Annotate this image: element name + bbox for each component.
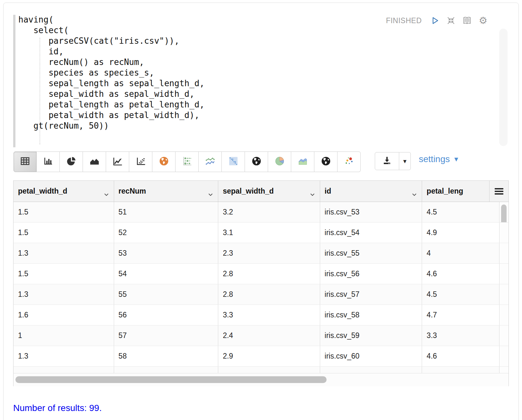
table-row: 1.5 51 3.2 iris.csv_53 4.5: [14, 202, 509, 223]
cell-sepal-width: 3.1: [218, 223, 320, 243]
code-editor[interactable]: having( select( parseCSV(cat("iris.csv")…: [4, 3, 518, 148]
book-icon[interactable]: [462, 16, 472, 25]
table-row: 1.3 53 2.3 iris.csv_55 4: [14, 243, 509, 264]
cell-petal-length: 4.5: [422, 284, 500, 305]
settings-caret-icon: ▼: [453, 156, 460, 163]
hamburger-menu-icon[interactable]: [495, 188, 503, 195]
cell-petal-length: 4: [422, 243, 500, 263]
run-play-icon[interactable]: [430, 16, 440, 25]
settings-link[interactable]: settings ▼: [419, 154, 459, 164]
table-chart-button[interactable]: [14, 151, 37, 172]
line-chart-button[interactable]: [106, 151, 129, 172]
status-badge: FINISHED: [386, 16, 422, 25]
vertical-scrollbar-track[interactable]: [500, 305, 509, 325]
gear-icon[interactable]: ⚙: [478, 16, 488, 25]
cell-sepal-width: 2.8: [218, 284, 320, 305]
line-chart-icon: [113, 156, 123, 168]
grid-menu-cell: [490, 181, 509, 202]
multi-line-chart-icon: [205, 156, 215, 168]
horizontal-scrollbar-thumb[interactable]: [15, 376, 327, 383]
vertical-scrollbar-track[interactable]: [500, 223, 509, 243]
cell-id: [320, 367, 422, 373]
table-row: 1.5 52 3.1 iris.csv_54 4.9: [14, 223, 509, 243]
cell-petal-width: 1.5: [14, 202, 114, 222]
globe-chart-button[interactable]: [245, 151, 268, 172]
black-globe-icon: [251, 156, 262, 168]
chart-type-toolbar: [14, 151, 361, 172]
chevron-down-icon[interactable]: [310, 189, 315, 198]
cell-petal-width: 1.3: [14, 243, 114, 263]
vertical-scrollbar-track[interactable]: [500, 367, 509, 373]
pie-colored-chart-button[interactable]: [268, 151, 291, 172]
cell-recnum: 53: [114, 243, 219, 263]
table-row: 1.3 55 2.8 iris.csv_57 4.5: [14, 284, 509, 305]
cell-petal-width: 1.6: [14, 305, 114, 325]
table-row-partial: [14, 367, 509, 373]
chevron-down-icon[interactable]: [208, 189, 213, 198]
area-chart-button[interactable]: [83, 151, 106, 172]
cell-sepal-width: 2.3: [218, 243, 320, 263]
column-header-label: sepal_width_d: [223, 187, 274, 196]
column-header-label: petal_width_d: [18, 187, 67, 196]
cell-id: iris.csv_53: [320, 202, 422, 222]
bubble-chart-button[interactable]: [176, 151, 199, 172]
scatter-chart-button[interactable]: [129, 151, 152, 172]
cell-petal-length: 4.6: [422, 264, 500, 284]
download-caret-button[interactable]: ▾: [399, 152, 411, 170]
paragraph-controls: FINISHED ⚙: [386, 16, 488, 25]
cell-recnum: [114, 367, 219, 373]
collapse-icon[interactable]: [446, 16, 456, 25]
table-row: 1.3 58 2.9 iris.csv_60 4.6: [14, 346, 509, 367]
area-chart-icon: [89, 156, 100, 168]
cell-petal-length: 4.6: [422, 346, 500, 366]
chevron-down-icon[interactable]: [104, 189, 109, 198]
cell-id: iris.csv_59: [320, 325, 422, 346]
multi-line-chart-button[interactable]: [199, 151, 222, 172]
vertical-scrollbar-track[interactable]: [500, 202, 509, 222]
map-chart-button[interactable]: [152, 151, 176, 172]
cell-id: iris.csv_55: [320, 243, 422, 263]
vertical-scrollbar-track[interactable]: [500, 243, 509, 263]
download-button[interactable]: [375, 152, 399, 170]
bar-chart-icon: [43, 156, 53, 168]
table-body: 1.5 51 3.2 iris.csv_53 4.5 1.5 52 3.1 ir…: [14, 202, 509, 373]
horizontal-scrollbar-track[interactable]: [14, 373, 509, 386]
globe2-chart-button[interactable]: [314, 151, 338, 172]
bar-chart-button[interactable]: [37, 151, 60, 172]
cell-petal-length: 4.5: [422, 202, 500, 222]
cell-sepal-width: 3.2: [218, 202, 320, 222]
column-header-recnum[interactable]: recNum: [114, 181, 219, 202]
colored-pie-icon: [274, 156, 285, 168]
pie-chart-button[interactable]: [60, 151, 83, 172]
heatmap-chart-button[interactable]: [222, 151, 245, 172]
cell-id: iris.csv_57: [320, 284, 422, 305]
column-header-label: petal_leng: [427, 187, 463, 196]
column-header-petal-length-d[interactable]: petal_leng: [422, 181, 490, 202]
column-header-petal-width-d[interactable]: petal_width_d: [14, 181, 114, 202]
code-text[interactable]: having( select( parseCSV(cat("iris.csv")…: [18, 14, 204, 131]
settings-label: settings: [419, 154, 450, 164]
vertical-scrollbar-track[interactable]: [500, 264, 509, 284]
cell-petal-width: 1.5: [14, 264, 114, 284]
cell-sepal-width: 2.8: [218, 264, 320, 284]
column-header-id[interactable]: id: [320, 181, 422, 202]
area-colored-chart-button[interactable]: [291, 151, 314, 172]
vertical-scrollbar-track[interactable]: [500, 325, 509, 346]
cell-recnum: 55: [114, 284, 219, 305]
editor-scrollbar[interactable]: [499, 29, 508, 146]
cell-petal-width: [14, 367, 114, 373]
cell-recnum: 52: [114, 223, 219, 243]
vertical-scrollbar-thumb[interactable]: [501, 205, 507, 222]
vertical-scrollbar-track[interactable]: [500, 284, 509, 305]
google-scatter-chart-button[interactable]: [338, 151, 361, 172]
chevron-down-icon[interactable]: [412, 189, 417, 198]
cell-sepal-width: 3.3: [218, 305, 320, 325]
download-icon: [382, 156, 392, 167]
cell-petal-length: 4.7: [422, 305, 500, 325]
column-header-sepal-width-d[interactable]: sepal_width_d: [218, 181, 320, 202]
vertical-scrollbar-track[interactable]: [500, 346, 509, 366]
result-table: petal_width_d recNum sepal_width_d id pe…: [13, 180, 509, 386]
cell-petal-width: 1: [14, 325, 114, 346]
cell-recnum: 51: [114, 202, 219, 222]
table-row: 1.5 54 2.8 iris.csv_56 4.6: [14, 264, 509, 284]
